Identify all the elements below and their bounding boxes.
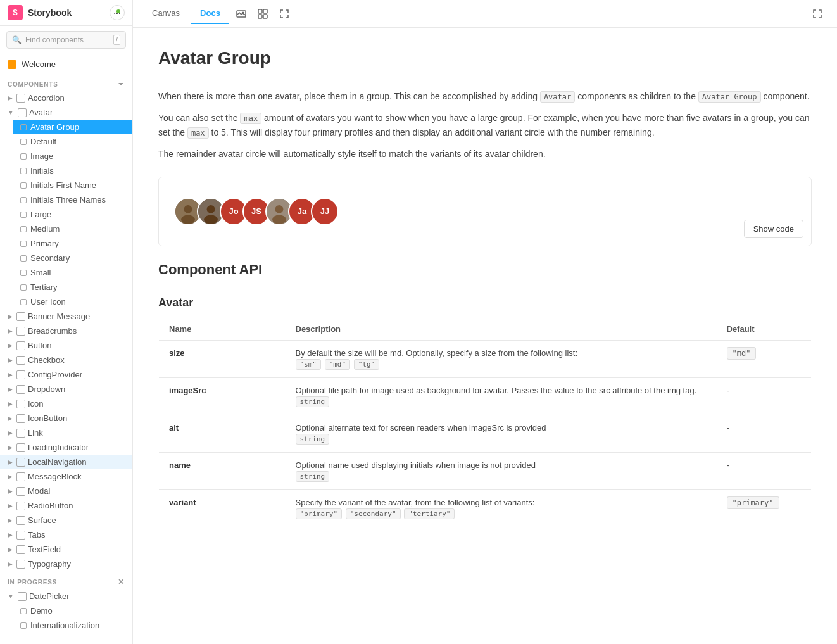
sidebar-item-secondary[interactable]: Secondary xyxy=(13,251,132,265)
sidebar-group-dropdown: ▶ Dropdown xyxy=(0,382,132,396)
sidebar-item-typography[interactable]: ▶ Typography xyxy=(0,557,132,571)
item-dot xyxy=(20,226,27,232)
sidebar-item-user-icon[interactable]: User Icon xyxy=(13,294,132,309)
item-dot xyxy=(20,139,27,145)
item-label: Initials xyxy=(30,166,54,175)
sidebar: S Storybook ··· 🔍 Find components / Welc… xyxy=(0,0,133,644)
sidebar-item-message-block[interactable]: ▶ MessageBlock xyxy=(0,469,132,484)
main-panel: Canvas Docs Avatar Group When there is m… xyxy=(133,0,837,644)
sidebar-item-avatar[interactable]: ▼ Avatar xyxy=(0,105,132,120)
sidebar-item-primary[interactable]: Primary xyxy=(13,236,132,251)
sidebar-item-tertiary[interactable]: Tertiary xyxy=(13,280,132,294)
sidebar-item-image[interactable]: Image xyxy=(13,149,132,163)
svg-point-10 xyxy=(207,205,215,213)
search-placeholder: Find components xyxy=(25,35,110,44)
expand-icon[interactable] xyxy=(275,4,294,23)
expand-collapse-icon[interactable] xyxy=(117,80,125,88)
expand-icon: ▶ xyxy=(8,502,13,509)
table-row: alt Optional alternate text for screen r… xyxy=(159,415,812,452)
expand-icon: ▶ xyxy=(8,342,13,349)
sidebar-item-initials[interactable]: Initials xyxy=(13,163,132,178)
expand-icon: ▶ xyxy=(8,94,13,101)
sidebar-item-banner-message[interactable]: ▶ Banner Message xyxy=(0,309,132,324)
item-dot xyxy=(20,153,27,160)
in-progress-section-label: IN PROGRESS ✕ xyxy=(0,571,132,589)
avatar-initials-4: JS xyxy=(251,206,261,216)
show-code-button[interactable]: Show code xyxy=(744,220,803,238)
sidebar-item-radio-button[interactable]: ▶ RadioButton xyxy=(0,498,132,513)
sidebar-group-link: ▶ Link xyxy=(0,426,132,440)
components-section-label: COMPONENTS xyxy=(0,74,132,91)
sidebar-item-button[interactable]: ▶ Button xyxy=(0,338,132,353)
sidebar-item-small[interactable]: Small xyxy=(13,265,132,280)
sidebar-item-medium[interactable]: Medium xyxy=(13,222,132,236)
prop-name-alt: alt xyxy=(169,423,179,432)
sidebar-group-breadcrumbs: ▶ Breadcrumbs xyxy=(0,324,132,338)
item-label: Initials Three Names xyxy=(30,195,106,205)
sidebar-item-breadcrumbs[interactable]: ▶ Breadcrumbs xyxy=(0,324,132,338)
grid-icon[interactable] xyxy=(253,4,272,23)
prop-desc-variant: Specify the variant of the avatar, from … xyxy=(296,498,535,507)
search-wrapper[interactable]: 🔍 Find components / xyxy=(6,31,126,49)
image-icon[interactable] xyxy=(232,4,251,23)
sidebar-item-avatar-group[interactable]: Avatar Group xyxy=(13,120,132,134)
sidebar-item-large[interactable]: Large xyxy=(13,207,132,222)
group-icon xyxy=(16,502,25,510)
col-header-description: Description xyxy=(286,317,717,340)
sidebar-group-typography: ▶ Typography xyxy=(0,557,132,571)
max-code-2: max xyxy=(187,127,209,139)
expand-icon: ▶ xyxy=(8,531,13,538)
item-dot xyxy=(20,622,27,629)
expand-icon: ▼ xyxy=(8,109,14,116)
tab-canvas[interactable]: Canvas xyxy=(143,3,189,24)
tag-sm: "sm" xyxy=(296,359,322,370)
group-icon xyxy=(16,327,25,336)
default-name: - xyxy=(727,460,729,470)
accordion-label: Accordion xyxy=(28,93,65,103)
item-label: Primary xyxy=(30,239,59,248)
item-label: Avatar Group xyxy=(30,122,79,132)
expand-icon: ▶ xyxy=(8,386,13,393)
expand-icon: ▼ xyxy=(8,593,14,600)
fullscreen-icon[interactable] xyxy=(808,4,827,23)
sidebar-item-text-field[interactable]: ▶ TextField xyxy=(0,542,132,557)
sidebar-item-local-navigation[interactable]: ▶ LocalNavigation xyxy=(0,455,132,469)
expand-icon: ▶ xyxy=(8,488,13,495)
sidebar-item-modal[interactable]: ▶ Modal xyxy=(0,484,132,498)
expand-icon: ▶ xyxy=(8,400,13,407)
sidebar-item-surface[interactable]: ▶ Surface xyxy=(0,513,132,527)
prop-desc-alt: Optional alternate text for screen reade… xyxy=(296,423,546,432)
sidebar-item-initials-three-names[interactable]: Initials Three Names xyxy=(13,193,132,207)
sidebar-item-loading-indicator[interactable]: ▶ LoadingIndicator xyxy=(0,440,132,455)
sidebar-item-config-provider[interactable]: ▶ ConfigProvider xyxy=(0,367,132,382)
tag-secondary: "secondary" xyxy=(346,508,401,519)
welcome-icon xyxy=(8,60,16,69)
sidebar-item-initials-first-name[interactable]: Initials First Name xyxy=(13,178,132,193)
expand-icon: ▶ xyxy=(8,444,13,451)
sidebar-item-internationalization[interactable]: Internationalization xyxy=(13,618,132,633)
sidebar-item-date-picker[interactable]: ▼ DatePicker xyxy=(0,589,132,603)
label: MessageBlock xyxy=(28,472,82,481)
group-icon xyxy=(16,356,25,365)
expand-icon: ▶ xyxy=(8,313,13,320)
item-label: Medium xyxy=(30,224,60,234)
sidebar-item-checkbox[interactable]: ▶ Checkbox xyxy=(0,353,132,367)
more-options-button[interactable]: ··· xyxy=(110,5,125,20)
in-progress-close-button[interactable]: ✕ xyxy=(118,578,125,586)
sidebar-item-welcome[interactable]: Welcome xyxy=(0,54,132,74)
label: LoadingIndicator xyxy=(28,443,89,452)
sidebar-group-avatar: ▼ Avatar Avatar Group Default Image xyxy=(0,105,132,309)
sidebar-item-accordion[interactable]: ▶ Accordion xyxy=(0,91,132,105)
sidebar-item-link[interactable]: ▶ Link xyxy=(0,426,132,440)
expand-icon: ▶ xyxy=(8,517,13,524)
sidebar-item-tabs[interactable]: ▶ Tabs xyxy=(0,527,132,542)
sidebar-item-default[interactable]: Default xyxy=(13,134,132,149)
item-dot xyxy=(20,168,27,174)
intro-section: When there is more than one avatar, plac… xyxy=(158,89,812,161)
sidebar-item-dropdown[interactable]: ▶ Dropdown xyxy=(0,382,132,396)
sidebar-item-demo[interactable]: Demo xyxy=(13,603,132,618)
sidebar-item-icon-button[interactable]: ▶ IconButton xyxy=(0,411,132,426)
group-icon xyxy=(18,592,27,601)
sidebar-item-icon[interactable]: ▶ Icon xyxy=(0,396,132,411)
tab-docs[interactable]: Docs xyxy=(191,3,229,24)
